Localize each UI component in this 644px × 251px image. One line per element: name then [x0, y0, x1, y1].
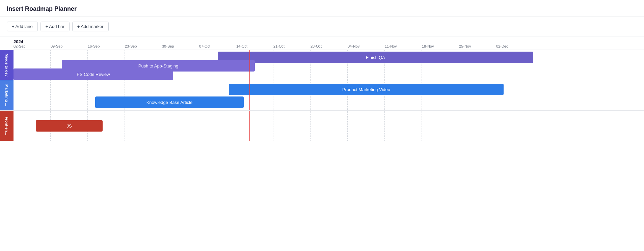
date-cell: 30-Sep: [162, 44, 199, 50]
bar-marketing-1[interactable]: Knowledge Base Article: [95, 96, 244, 108]
gantt-container: 2024 02-Sep09-Sep16-Sep23-Sep30-Sep07-Oc…: [0, 36, 644, 141]
lane-row-frontend: Front-en...JS: [0, 111, 644, 141]
lane-label-marketing: Marketing ...: [0, 80, 14, 110]
today-line: [249, 111, 250, 141]
date-cell: 02-Sep: [14, 44, 51, 50]
lane-row-marketing: Marketing ...Product Marketing VideoKnow…: [0, 80, 644, 111]
page-header: Insert Roadmap Planner: [0, 0, 644, 17]
date-cell: 18-Nov: [422, 44, 459, 50]
date-cell: 07-Oct: [199, 44, 236, 50]
date-cell: 21-Oct: [273, 44, 311, 50]
grid-merge: Finish QAPush to App-StagingPS Code Revi…: [14, 50, 644, 80]
toolbar: + Add lane + Add bar + Add marker: [0, 17, 644, 36]
gantt-inner: 2024 02-Sep09-Sep16-Sep23-Sep30-Sep07-Oc…: [0, 36, 644, 141]
add-lane-button[interactable]: + Add lane: [7, 22, 38, 31]
bars-layer-merge: Finish QAPush to App-StagingPS Code Revi…: [14, 50, 644, 80]
bars-layer-frontend: JS: [14, 111, 644, 141]
page-title: Insert Roadmap Planner: [7, 5, 637, 12]
today-line: [249, 50, 250, 80]
bar-marketing-0[interactable]: Product Marketing Video: [229, 84, 504, 95]
bar-frontend-0[interactable]: JS: [36, 120, 103, 132]
lane-label-frontend: Front-en...: [0, 111, 14, 141]
year-label: 2024: [14, 39, 23, 44]
date-cell: 14-Oct: [236, 44, 273, 50]
bar-merge-0[interactable]: Finish QA: [218, 52, 533, 63]
bar-merge-2[interactable]: PS Code Review: [14, 68, 173, 80]
today-line: [249, 80, 250, 110]
grid-marketing: Product Marketing VideoKnowledge Base Ar…: [14, 80, 644, 110]
gantt-body: Merge to devFinish QAPush to App-Staging…: [0, 50, 644, 141]
grid-frontend: JS: [14, 111, 644, 141]
date-cell: 16-Sep: [88, 44, 125, 50]
date-cell: 02-Dec: [496, 44, 533, 50]
date-cell: 11-Nov: [385, 44, 422, 50]
date-labels: 02-Sep09-Sep16-Sep23-Sep30-Sep07-Oct14-O…: [14, 44, 644, 50]
add-marker-button[interactable]: + Add marker: [72, 22, 109, 31]
date-cell: 28-Oct: [311, 44, 348, 50]
year-label-row: 2024: [14, 36, 644, 44]
add-bar-button[interactable]: + Add bar: [41, 22, 70, 31]
date-cell: 25-Nov: [459, 44, 496, 50]
date-cell: 23-Sep: [125, 44, 162, 50]
date-cell: 04-Nov: [348, 44, 385, 50]
lane-row-merge: Merge to devFinish QAPush to App-Staging…: [0, 50, 644, 80]
date-cell: 09-Sep: [51, 44, 88, 50]
lane-label-merge: Merge to dev: [0, 50, 14, 80]
bars-layer-marketing: Product Marketing VideoKnowledge Base Ar…: [14, 80, 644, 110]
